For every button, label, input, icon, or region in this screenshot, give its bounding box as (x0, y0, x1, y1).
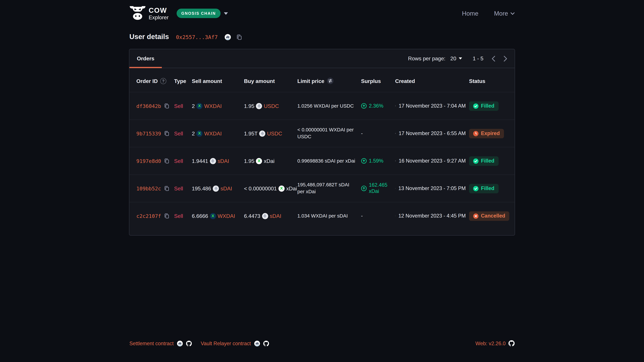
surplus-value: 162.465 xDai (361, 182, 392, 194)
col-order-id: Order ID (136, 78, 158, 84)
check-circle-icon (473, 158, 478, 164)
order-type: Sell (174, 158, 183, 164)
wxdai-token-icon: X (210, 213, 216, 219)
copy-icon[interactable] (164, 213, 170, 219)
next-page-button[interactable] (504, 56, 507, 61)
pagination-controls: Rows per page: 20 1 - 5 (408, 55, 515, 62)
clock-circle-icon (473, 131, 478, 136)
rows-per-page-select[interactable]: 20 (450, 55, 462, 62)
copy-icon[interactable] (164, 103, 170, 109)
created-cell: 16 November 2023 - 9:27 AM (395, 158, 466, 164)
created-date: 13 November 2023 - 7:05 PM (398, 186, 466, 191)
copy-icon[interactable] (164, 131, 170, 136)
block-explorer-icon[interactable] (177, 340, 183, 346)
limit-price: 1.034 WXDAI per sDAI (297, 212, 358, 219)
chevron-down-icon (224, 12, 228, 14)
check-circle-icon (473, 186, 478, 191)
table-row: 109bb52c Sell 195.486 sDAI < 0.00000001 … (129, 175, 514, 202)
caret-down-icon (459, 57, 462, 59)
status-badge: Filled (469, 156, 498, 166)
token-link[interactable]: WXDAI (204, 103, 222, 109)
created-date: 17 November 2023 - 7:04 AM (399, 103, 466, 109)
chevron-down-icon (510, 12, 514, 14)
token-link[interactable]: WXDAI (218, 213, 235, 219)
generic-token-icon (210, 158, 216, 164)
github-icon[interactable] (508, 340, 515, 347)
rows-per-page-label: Rows per page: (408, 55, 446, 62)
buy-amount-cell: 6.4473 sDAI (244, 213, 294, 219)
token-label: xDai (264, 158, 274, 164)
order-id-link[interactable]: c2c2107f (136, 213, 161, 219)
col-surplus: Surplus (361, 68, 395, 92)
cow-logo-icon (129, 6, 146, 21)
token-link[interactable]: USDC (264, 103, 279, 109)
orders-table-body: df36042b Sell 2 X WXDAI 1.95 USDC (129, 92, 514, 229)
order-type: Sell (174, 185, 183, 192)
token-link[interactable]: sDAI (270, 213, 281, 219)
arrow-up-circle-icon (361, 186, 367, 191)
surplus-value: - (361, 213, 392, 219)
web-version-link[interactable]: Web: v2.26.0 (476, 340, 506, 346)
card-tab-bar: Orders Rows per page: 20 1 - 5 (129, 49, 514, 68)
copy-icon[interactable] (164, 158, 170, 164)
github-icon[interactable] (263, 340, 269, 346)
swap-price-direction-icon[interactable] (327, 78, 334, 84)
status-badge: Expired (469, 129, 504, 138)
page-header: User details 0x2557...3Af7 (129, 33, 514, 41)
help-icon[interactable] (160, 78, 166, 84)
page-range-label: 1 - 5 (473, 55, 484, 62)
wxdai-token-icon: X (196, 103, 202, 109)
nav-more[interactable]: More (494, 10, 515, 17)
clock-icon (395, 158, 396, 164)
sell-amount-cell: 195.486 sDAI (192, 185, 241, 192)
limit-price: 0.99698836 sDAI per xDai (297, 157, 358, 164)
vault-relayer-contract-link[interactable]: Vault Relayer contract (201, 340, 251, 346)
nav-home[interactable]: Home (462, 10, 478, 17)
created-cell: 12 November 2023 - 4:45 PM (395, 213, 466, 219)
status-badge: Cancelled (469, 211, 509, 221)
token-link[interactable]: sDAI (220, 185, 232, 192)
token-link[interactable]: USDC (267, 130, 282, 137)
settlement-contract-group: Settlement contract (129, 340, 192, 346)
order-id-link[interactable]: 9197e8d0 (136, 158, 161, 164)
col-buy-amount: Buy amount (244, 68, 297, 92)
created-cell: 13 November 2023 - 7:05 PM (395, 186, 466, 191)
table-row: 9197e8d0 Sell 1.9441 sDAI 1.95 X (129, 147, 514, 175)
arrow-up-circle-icon (361, 103, 367, 109)
token-link[interactable]: sDAI (218, 158, 229, 164)
generic-token-icon (256, 103, 262, 109)
generic-token-icon (262, 213, 268, 219)
tab-orders[interactable]: Orders (129, 49, 162, 68)
cow-explorer-logo[interactable]: COW Explorer (129, 6, 168, 21)
generic-token-icon (259, 130, 266, 137)
page-footer: Settlement contract Vault Relayer contra… (0, 340, 644, 362)
xdai-token-icon: X (256, 158, 262, 164)
settlement-contract-link[interactable]: Settlement contract (129, 340, 174, 346)
order-id-link[interactable]: 109bb52c (136, 185, 161, 192)
copy-address-icon[interactable] (236, 34, 242, 40)
page-title: User details (129, 33, 169, 41)
created-cell: 17 November 2023 - 6:55 AM (395, 131, 466, 136)
limit-price: < 0.00000001 WXDAI per USDC (297, 126, 358, 140)
order-id-link[interactable]: df36042b (136, 103, 161, 109)
limit-price: 1.0256 WXDAI per USDC (297, 102, 358, 109)
order-id-link[interactable]: 9b715339 (136, 130, 161, 137)
block-explorer-icon[interactable] (225, 34, 231, 40)
user-address-link[interactable]: 0x2557...3Af7 (176, 34, 218, 40)
previous-page-button[interactable] (492, 56, 495, 61)
github-icon[interactable] (186, 340, 192, 346)
col-sell-amount: Sell amount (192, 68, 244, 92)
clock-icon (395, 186, 396, 191)
buy-amount-cell: < 0.00000001 X xDai (244, 185, 294, 192)
status-badge: Filled (469, 101, 498, 111)
copy-icon[interactable] (164, 186, 170, 191)
top-navigation-bar: COW Explorer GNOSIS CHAIN Home More (0, 0, 644, 21)
cow-explorer-app: COW Explorer GNOSIS CHAIN Home More Use (0, 0, 644, 362)
network-badge[interactable]: GNOSIS CHAIN (177, 8, 220, 18)
surplus-value: - (361, 130, 392, 137)
order-type: Sell (174, 103, 183, 109)
created-date: 16 November 2023 - 9:27 AM (399, 158, 466, 164)
token-link[interactable]: WXDAI (204, 130, 222, 137)
network-selector[interactable]: GNOSIS CHAIN (177, 8, 228, 18)
block-explorer-icon[interactable] (254, 340, 260, 346)
